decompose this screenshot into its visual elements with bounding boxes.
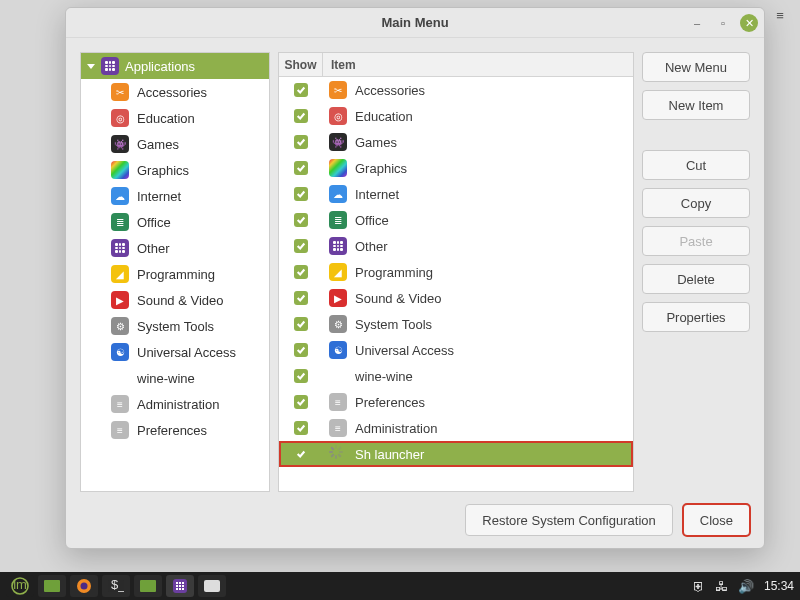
- tree-item-label: Universal Access: [137, 345, 236, 360]
- item-label: Graphics: [355, 161, 407, 176]
- tree-item[interactable]: Other: [81, 235, 269, 261]
- new-item-button[interactable]: New Item: [642, 90, 750, 120]
- hamburger-icon[interactable]: ≡: [772, 7, 788, 23]
- tree-item-label: Sound & Video: [137, 293, 224, 308]
- taskbar-firefox[interactable]: [70, 575, 98, 597]
- show-checkbox[interactable]: [294, 83, 308, 97]
- window-close-button[interactable]: ✕: [740, 14, 758, 32]
- show-checkbox[interactable]: [294, 447, 308, 461]
- taskbar-folder[interactable]: [134, 575, 162, 597]
- copy-button[interactable]: Copy: [642, 188, 750, 218]
- taskbar-main-menu[interactable]: [166, 575, 194, 597]
- list-row[interactable]: ≣Office: [279, 207, 633, 233]
- svg-point-4: [81, 583, 88, 590]
- network-icon[interactable]: 🖧: [715, 579, 728, 594]
- item-icon: ◢: [329, 263, 347, 281]
- clock[interactable]: 15:34: [764, 579, 794, 593]
- item-label: Programming: [355, 265, 433, 280]
- show-checkbox[interactable]: [294, 135, 308, 149]
- show-checkbox[interactable]: [294, 369, 308, 383]
- tree-header-applications[interactable]: Applications: [81, 53, 269, 79]
- paste-button[interactable]: Paste: [642, 226, 750, 256]
- tree-item[interactable]: ▶Sound & Video: [81, 287, 269, 313]
- tree-item[interactable]: ⚙System Tools: [81, 313, 269, 339]
- category-icon: ◢: [111, 265, 129, 283]
- taskbar[interactable]: lm $_ ⛨ 🖧 🔊 15:34: [0, 572, 800, 600]
- new-menu-button[interactable]: New Menu: [642, 52, 750, 82]
- item-icon: [329, 237, 347, 255]
- list-row[interactable]: Sh launcher: [279, 441, 633, 467]
- tree-item[interactable]: ☁Internet: [81, 183, 269, 209]
- item-label: Education: [355, 109, 413, 124]
- properties-button[interactable]: Properties: [642, 302, 750, 332]
- taskbar-files[interactable]: [38, 575, 66, 597]
- main-menu-window: Main Menu – ▫ ✕ Applications ✂Accessorie…: [65, 7, 765, 549]
- item-label: Sound & Video: [355, 291, 442, 306]
- list-row[interactable]: wine-wine: [279, 363, 633, 389]
- show-checkbox[interactable]: [294, 421, 308, 435]
- tree-item[interactable]: ≡Preferences: [81, 417, 269, 443]
- show-checkbox[interactable]: [294, 109, 308, 123]
- item-icon: ☁: [329, 185, 347, 203]
- list-row[interactable]: ≡Administration: [279, 415, 633, 441]
- list-row[interactable]: ▶Sound & Video: [279, 285, 633, 311]
- list-row[interactable]: ☯Universal Access: [279, 337, 633, 363]
- item-label: System Tools: [355, 317, 432, 332]
- list-row[interactable]: 👾Games: [279, 129, 633, 155]
- show-checkbox[interactable]: [294, 395, 308, 409]
- cut-button[interactable]: Cut: [642, 150, 750, 180]
- shield-icon[interactable]: ⛨: [692, 579, 705, 594]
- svg-text:$_: $_: [111, 580, 124, 592]
- show-checkbox[interactable]: [294, 213, 308, 227]
- show-checkbox[interactable]: [294, 343, 308, 357]
- category-icon: ☯: [111, 343, 129, 361]
- column-header-item[interactable]: Item: [323, 53, 633, 76]
- tree-item[interactable]: ≣Office: [81, 209, 269, 235]
- titlebar[interactable]: Main Menu – ▫ ✕: [66, 8, 764, 38]
- taskbar-other[interactable]: [198, 575, 226, 597]
- tree-item[interactable]: 👾Games: [81, 131, 269, 157]
- list-row[interactable]: ⚙System Tools: [279, 311, 633, 337]
- window-maximize-icon[interactable]: ▫: [714, 14, 732, 32]
- tree-item[interactable]: ◎Education: [81, 105, 269, 131]
- category-icon: ☁: [111, 187, 129, 205]
- svg-rect-8: [204, 580, 220, 592]
- window-minimize-icon[interactable]: –: [688, 14, 706, 32]
- tree-item-label: Programming: [137, 267, 215, 282]
- item-label: Administration: [355, 421, 437, 436]
- show-checkbox[interactable]: [294, 265, 308, 279]
- show-checkbox[interactable]: [294, 317, 308, 331]
- category-tree[interactable]: Applications ✂Accessories◎Education👾Game…: [80, 52, 270, 492]
- tree-item[interactable]: ◢Programming: [81, 261, 269, 287]
- list-rows[interactable]: ✂Accessories◎Education👾GamesGraphics☁Int…: [279, 77, 633, 491]
- tree-header-label: Applications: [125, 59, 195, 74]
- list-row[interactable]: Other: [279, 233, 633, 259]
- tree-item-label: Accessories: [137, 85, 207, 100]
- item-label: Universal Access: [355, 343, 454, 358]
- taskbar-terminal[interactable]: $_: [102, 575, 130, 597]
- tree-item[interactable]: ≡Administration: [81, 391, 269, 417]
- tree-item[interactable]: ☯Universal Access: [81, 339, 269, 365]
- column-header-show[interactable]: Show: [279, 53, 323, 76]
- show-checkbox[interactable]: [294, 239, 308, 253]
- show-checkbox[interactable]: [294, 291, 308, 305]
- item-label: Internet: [355, 187, 399, 202]
- tree-item[interactable]: wine-wine: [81, 365, 269, 391]
- close-button[interactable]: Close: [683, 504, 750, 536]
- volume-icon[interactable]: 🔊: [738, 579, 754, 594]
- list-row[interactable]: ✂Accessories: [279, 77, 633, 103]
- tree-item[interactable]: Graphics: [81, 157, 269, 183]
- list-row[interactable]: ◢Programming: [279, 259, 633, 285]
- tree-item[interactable]: ✂Accessories: [81, 79, 269, 105]
- list-row[interactable]: Graphics: [279, 155, 633, 181]
- tree-item-label: System Tools: [137, 319, 214, 334]
- list-row[interactable]: ☁Internet: [279, 181, 633, 207]
- chevron-down-icon: [87, 64, 95, 69]
- restore-button[interactable]: Restore System Configuration: [465, 504, 672, 536]
- delete-button[interactable]: Delete: [642, 264, 750, 294]
- show-checkbox[interactable]: [294, 187, 308, 201]
- list-row[interactable]: ◎Education: [279, 103, 633, 129]
- show-checkbox[interactable]: [294, 161, 308, 175]
- list-row[interactable]: ≡Preferences: [279, 389, 633, 415]
- menu-button[interactable]: lm: [6, 575, 34, 597]
